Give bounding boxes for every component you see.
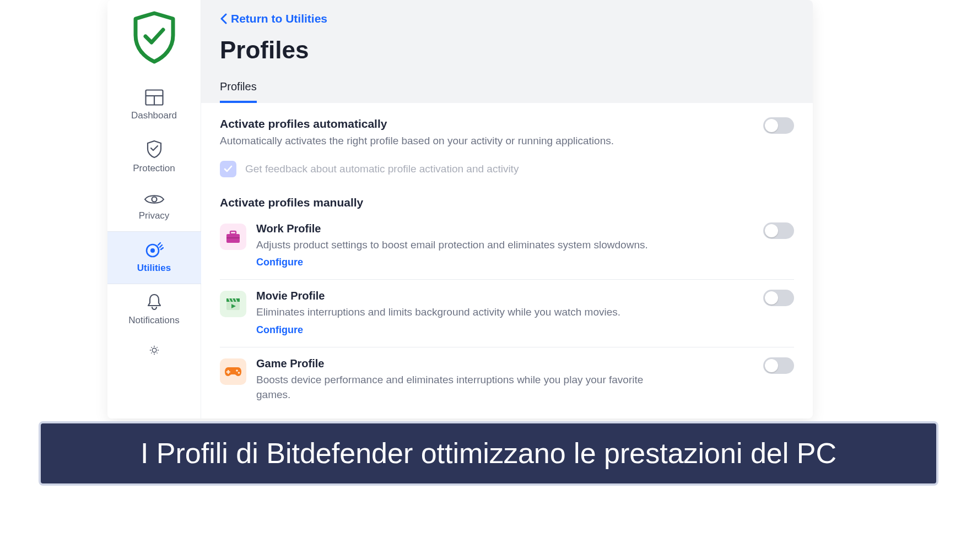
profile-game-toggle[interactable] — [763, 357, 794, 374]
check-icon — [223, 164, 233, 174]
gear-icon — [107, 345, 201, 356]
gamepad-icon — [220, 358, 246, 385]
briefcase-icon — [220, 224, 246, 250]
feedback-row: Get feedback about automatic profile act… — [220, 161, 794, 177]
sidebar-item-protection[interactable]: Protection — [107, 131, 201, 184]
shield-icon — [107, 140, 201, 159]
sidebar-item-notifications[interactable]: Notifications — [107, 284, 201, 336]
feedback-label: Get feedback about automatic profile act… — [245, 163, 519, 175]
utilities-icon — [107, 241, 201, 258]
dashboard-icon — [107, 89, 201, 106]
auto-activate-subtitle: Automatically activates the right profil… — [220, 134, 752, 149]
sidebar-item-label: Notifications — [107, 315, 201, 326]
back-link-label: Return to Utilities — [231, 12, 327, 25]
bell-icon — [107, 293, 201, 311]
manual-activate-title: Activate profiles manually — [220, 196, 794, 209]
main-body: Activate profiles automatically Automati… — [201, 103, 813, 418]
svg-point-18 — [238, 372, 240, 374]
profile-title: Work Profile — [256, 222, 753, 235]
svg-line-8 — [161, 248, 163, 249]
profile-title: Movie Profile — [256, 290, 753, 302]
toggle-knob — [765, 119, 778, 132]
svg-rect-16 — [226, 371, 230, 372]
chevron-left-icon — [220, 13, 228, 24]
caption-banner: I Profili di Bitdefender ottimizzano le … — [39, 421, 938, 486]
eye-icon — [107, 193, 201, 206]
auto-activate-section: Activate profiles automatically Automati… — [220, 117, 794, 149]
svg-rect-11 — [230, 231, 236, 234]
svg-point-9 — [152, 348, 156, 352]
sidebar-item-label: Dashboard — [107, 110, 201, 121]
clapperboard-icon — [220, 291, 246, 317]
tab-profiles[interactable]: Profiles — [220, 80, 257, 103]
svg-line-6 — [158, 243, 160, 245]
svg-rect-12 — [226, 237, 240, 238]
profile-desc: Adjusts product settings to boost email … — [256, 237, 675, 253]
sidebar-item-settings[interactable] — [107, 336, 201, 360]
profile-game: Game Profile Boosts device performance a… — [220, 347, 794, 414]
sidebar-item-label: Utilities — [107, 263, 201, 274]
main-content: Return to Utilities Profiles Profiles Ac… — [201, 0, 813, 418]
profile-title: Game Profile — [256, 357, 753, 370]
profile-movie-toggle[interactable] — [763, 290, 794, 306]
toggle-knob — [765, 359, 778, 372]
svg-point-3 — [152, 197, 156, 202]
sidebar-item-label: Privacy — [107, 210, 201, 221]
configure-link-movie[interactable]: Configure — [256, 324, 753, 336]
sidebar-item-label: Protection — [107, 163, 201, 174]
auto-activate-title: Activate profiles automatically — [220, 117, 752, 131]
profile-desc: Eliminates interruptions and limits back… — [256, 305, 675, 320]
configure-link-work[interactable]: Configure — [256, 257, 753, 268]
tab-bar: Profiles — [220, 80, 794, 103]
page-title: Profiles — [220, 36, 794, 64]
sidebar-item-privacy[interactable]: Privacy — [107, 184, 201, 231]
profile-desc: Boosts device performance and eliminates… — [256, 372, 675, 403]
app-logo — [129, 10, 179, 65]
svg-point-17 — [236, 369, 238, 372]
sidebar: Dashboard Protection Privacy — [107, 0, 201, 418]
back-link[interactable]: Return to Utilities — [220, 12, 327, 25]
profile-work-toggle[interactable] — [763, 222, 794, 239]
sidebar-item-dashboard[interactable]: Dashboard — [107, 80, 201, 131]
svg-line-7 — [160, 245, 162, 247]
sidebar-item-utilities[interactable]: Utilities — [107, 231, 201, 284]
svg-point-5 — [150, 248, 155, 253]
profile-list: Work Profile Adjusts product settings to… — [220, 213, 794, 414]
main-header: Return to Utilities Profiles Profiles — [201, 0, 813, 103]
app-window: Dashboard Protection Privacy — [107, 0, 813, 418]
feedback-checkbox[interactable] — [220, 161, 236, 177]
auto-activate-toggle[interactable] — [763, 117, 794, 134]
toggle-knob — [765, 224, 778, 237]
profile-work: Work Profile Adjusts product settings to… — [220, 213, 794, 280]
toggle-knob — [765, 291, 778, 305]
profile-movie: Movie Profile Eliminates interruptions a… — [220, 279, 794, 347]
